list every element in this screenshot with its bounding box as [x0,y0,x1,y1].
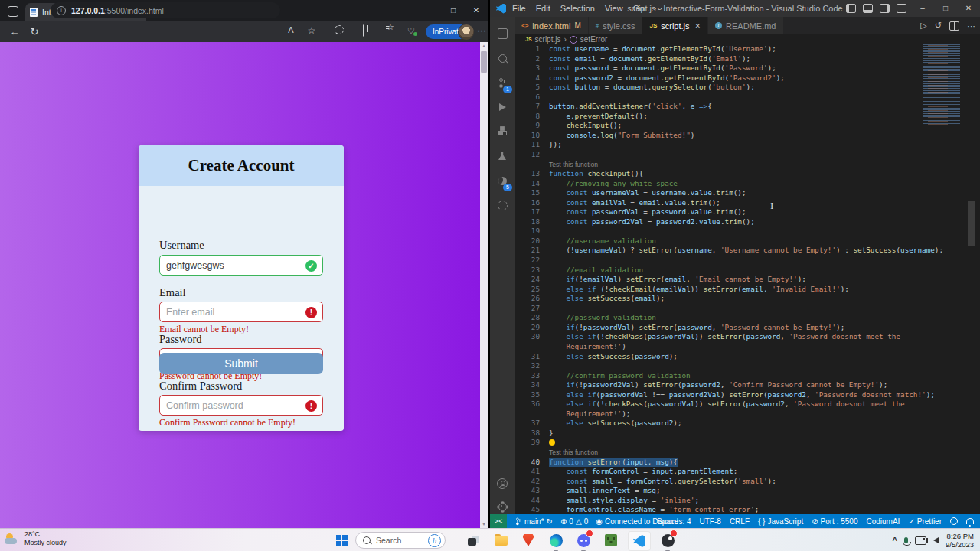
code-row: 10 console.log("Form Submitted!") [514,131,980,141]
language-item[interactable]: { } JavaScript [758,517,803,526]
code-token [549,467,566,475]
weather-widget[interactable]: 28°C Mostly cloudy [5,530,67,547]
browser-minimize-button[interactable]: – [419,0,442,21]
codium-activity-icon[interactable]: 5 [490,170,514,191]
toggle-secondary-sidebar-icon[interactable] [880,4,890,13]
favorite-star-icon[interactable]: ☆ [305,25,318,36]
code-lines[interactable]: 1const username = document.getElementByI… [514,44,980,514]
submit-button[interactable]: Submit [159,353,323,374]
taskbar-search[interactable]: Search b [355,532,446,549]
speaker-icon[interactable] [933,537,939,543]
customize-layout-icon[interactable] [897,4,906,13]
tab-style-css[interactable]: # style.css [589,17,643,34]
remote-indicator[interactable]: >< [490,514,507,528]
browser-essentials-icon[interactable]: ♡ [407,26,415,35]
search-icon[interactable] [490,47,514,69]
prettier-item[interactable]: ✓ Prettier [908,517,942,526]
minecraft-button[interactable] [600,531,622,549]
back-icon[interactable]: ← [5,26,24,37]
account-icon[interactable] [490,473,514,494]
tab-actions-icon[interactable] [8,6,18,17]
file-explorer-button[interactable] [490,531,511,549]
vscode-close-button[interactable]: ✕ [957,0,980,17]
editor-more-icon[interactable]: ··· [967,21,975,31]
scrollbar-thumb[interactable] [481,51,487,73]
tab-close-icon[interactable]: ✕ [695,22,701,30]
discord-button[interactable] [573,531,594,549]
read-aloud-icon[interactable]: A [284,25,298,34]
problems-item[interactable]: ⊗ 0 △ 0 [560,517,588,526]
code-token [549,121,566,129]
menu-view[interactable]: View [605,4,623,13]
lightbulb-icon[interactable] [549,439,555,445]
branch-icon [515,517,521,525]
menu-file[interactable]: File [512,4,526,13]
menu-edit[interactable]: Edit [536,4,550,13]
encoding-item[interactable]: UTF-8 [700,517,721,526]
browser-menu-icon[interactable]: ··· [475,25,488,36]
split-editor-icon[interactable] [949,21,959,31]
menu-selection[interactable]: Selection [560,4,595,13]
notifications-bell-icon[interactable] [966,518,974,524]
taskbar-clock[interactable]: 8:26 PM 9/5/2023 [946,532,974,549]
menu-more-icon[interactable]: ··· [654,4,662,13]
toggle-panel-icon[interactable] [863,4,873,13]
refresh-icon[interactable]: ↻ [24,26,44,37]
vscode-maximize-button[interactable]: □ [934,0,957,17]
extensions-icon[interactable] [335,25,344,34]
run-debug-icon[interactable] [490,96,514,118]
vscode-minimize-button[interactable]: – [911,0,934,17]
edge-button[interactable] [545,531,567,549]
code-text: const button = document.querySelector('b… [549,83,755,93]
scroll-down-icon[interactable]: ▼ [480,520,488,528]
tab-script-js[interactable]: JS script.js ✕ [642,17,708,34]
obs-button[interactable] [657,531,678,549]
testing-icon[interactable] [490,145,514,167]
vscode-button[interactable] [628,531,651,551]
microphone-icon[interactable] [904,537,908,543]
code-text: else setSuccess(password); [549,352,678,362]
git-branch-item[interactable]: main* ↻ [514,517,553,527]
brave-button[interactable] [518,531,539,549]
run-file-icon[interactable]: ▷ [920,21,926,31]
confirm-password-input[interactable] [160,396,322,415]
tray-chevron-icon[interactable]: ^ [893,536,897,545]
editor-scrollbar-thumb[interactable] [968,201,975,246]
indent-item[interactable]: Spaces: 4 [657,517,691,526]
source-control-icon[interactable]: 1 [490,72,514,93]
start-button[interactable] [331,531,352,549]
address-bar[interactable]: i 127.0.0.1:5500/index.html [51,2,280,18]
task-view-button[interactable] [462,531,484,549]
code-token: setSuccess [853,246,896,254]
display-cast-icon[interactable] [915,536,926,545]
feedback-icon[interactable] [950,517,958,525]
code-token: password2Val [592,217,648,226]
line-number: 27 [514,304,549,314]
email-input[interactable] [160,302,322,321]
browser-maximize-button[interactable]: □ [442,0,465,21]
breadcrumb[interactable]: JS script.js › setError [514,34,980,44]
timeline-icon[interactable]: ↺ [935,21,942,31]
split-screen-icon[interactable] [363,24,364,37]
codium-status-item[interactable]: CodiumAI [866,517,900,526]
ai-extension-icon[interactable] [490,194,514,216]
tab-index-html[interactable]: <> index.html M [514,17,589,34]
extensions-icon[interactable] [490,121,514,142]
liveserver-port-item[interactable]: ⊘ Port : 5500 [812,517,858,526]
toggle-sidebar-icon[interactable] [846,4,856,13]
browser-close-button[interactable]: ✕ [465,0,488,21]
explorer-icon[interactable] [490,23,514,44]
profile-avatar[interactable] [458,24,475,41]
code-token: setError [707,399,742,408]
code-token: email [639,198,661,207]
eol-item[interactable]: CRLF [730,517,750,526]
browser-scrollbar[interactable]: ▲ ▼ [480,42,488,528]
site-info-icon[interactable]: i [57,6,66,15]
code-text: } [549,429,554,439]
username-input[interactable] [160,256,322,275]
tab-readme-md[interactable]: i README.md [708,17,783,34]
menu-go[interactable]: Go [633,4,645,13]
line-number: 43 [514,486,549,496]
scroll-up-icon[interactable]: ▲ [480,42,488,50]
minimap[interactable] [923,44,960,127]
